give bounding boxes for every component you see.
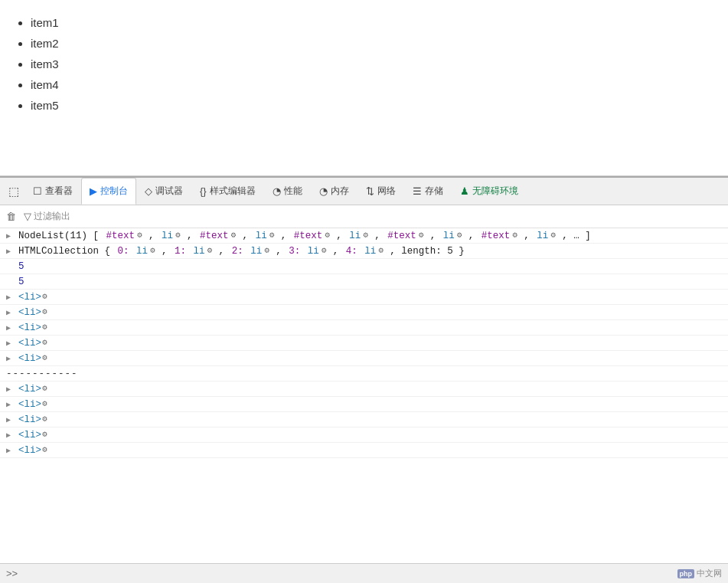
console-line-li4: ▶ <li> ⚙ — [0, 336, 728, 351]
gear-icon-hc-2[interactable]: ⚙ — [207, 247, 217, 256]
tab-elements[interactable]: ☐ 查看器 — [24, 178, 81, 205]
tab-performance[interactable]: ◔ 性能 — [264, 178, 311, 205]
expand-console-button[interactable]: >> — [6, 568, 18, 579]
list-item: item4 — [31, 74, 713, 95]
console-line-num2: 5 — [0, 274, 728, 290]
expand-li7[interactable]: ▶ — [6, 400, 11, 409]
expand-li8[interactable]: ▶ — [6, 415, 11, 424]
tab-network[interactable]: ⇅ 网络 — [357, 178, 404, 205]
devtools-panel: ⬚ ☐ 查看器 ▶ 控制台 ◇ 调试器 {} 样式编辑器 ◔ 性能 ◔ 内存 ⇅… — [0, 176, 728, 583]
php-logo: php — [677, 569, 695, 578]
expand-li5[interactable]: ▶ — [6, 354, 11, 363]
items-list: item1 item2 item3 item4 item5 — [15, 12, 713, 116]
storage-icon: ☰ — [413, 185, 422, 197]
trash-icon: 🗑 — [6, 211, 16, 222]
network-icon: ⇅ — [366, 185, 374, 197]
console-line-li10: ▶ <li> ⚙ — [0, 443, 728, 458]
filter-label: 过滤输出 — [34, 210, 70, 223]
gear-icon-5[interactable]: ⚙ — [325, 231, 334, 241]
console-bar: 🗑 ▽ 过滤输出 — [0, 205, 728, 228]
console-output: ▶ NodeList(11) [ #text ⚙ , li ⚙ , #text … — [0, 228, 728, 563]
gear-icon-10[interactable]: ⚙ — [550, 231, 560, 241]
console-line-li2: ▶ <li> ⚙ — [0, 305, 728, 320]
gear-icon-li5[interactable]: ⚙ — [42, 354, 51, 363]
clear-console-button[interactable]: 🗑 — [6, 211, 16, 222]
tab-elements-label: 查看器 — [45, 185, 73, 198]
console-icon: ▶ — [90, 185, 97, 197]
tab-storage-label: 存储 — [425, 185, 443, 198]
tab-style-editor-label: 样式编辑器 — [210, 185, 256, 198]
gear-icon-hc-5[interactable]: ⚙ — [378, 247, 387, 256]
expand-arrow-2[interactable]: ▶ — [6, 247, 11, 256]
list-item: item1 — [31, 12, 713, 33]
expand-li1[interactable]: ▶ — [6, 293, 11, 302]
list-item: item3 — [31, 54, 713, 74]
gear-icon-9[interactable]: ⚙ — [512, 231, 521, 241]
gear-icon-4[interactable]: ⚙ — [269, 231, 279, 241]
gear-icon-li8[interactable]: ⚙ — [42, 415, 51, 424]
console-line-li6: ▶ <li> ⚙ — [0, 382, 728, 397]
debugger-icon: ◇ — [145, 185, 152, 197]
console-line-li8: ▶ <li> ⚙ — [0, 412, 728, 427]
console-line-li1: ▶ <li> ⚙ — [0, 290, 728, 305]
php-badge: php 中文网 — [677, 568, 723, 579]
filter-icon: ▽ — [24, 211, 31, 222]
performance-icon: ◔ — [273, 185, 281, 197]
style-editor-icon: {} — [200, 185, 207, 197]
tab-inspect[interactable]: ⬚ — [3, 178, 24, 205]
gear-icon-li6[interactable]: ⚙ — [42, 385, 51, 394]
tab-memory-label: 内存 — [331, 185, 349, 198]
devtools-toolbar: ⬚ ☐ 查看器 ▶ 控制台 ◇ 调试器 {} 样式编辑器 ◔ 性能 ◔ 内存 ⇅… — [0, 178, 728, 205]
tab-performance-label: 性能 — [284, 185, 302, 198]
tab-accessibility[interactable]: ♟ 无障碍环境 — [452, 178, 527, 205]
tab-style-editor[interactable]: {} 样式编辑器 — [191, 178, 264, 205]
expand-li10[interactable]: ▶ — [6, 446, 11, 455]
console-line-li3: ▶ <li> ⚙ — [0, 320, 728, 336]
tab-accessibility-label: 无障碍环境 — [472, 185, 518, 198]
gear-icon-li7[interactable]: ⚙ — [42, 400, 51, 409]
tab-console-label: 控制台 — [100, 185, 128, 198]
chinese-label: 中文网 — [697, 568, 722, 579]
tab-debugger[interactable]: ◇ 调试器 — [136, 178, 191, 205]
gear-icon-li1[interactable]: ⚙ — [42, 293, 51, 302]
console-line-htmlcollection: ▶ HTMLCollection { 0: li ⚙ , 1: li ⚙ , 2… — [0, 244, 728, 259]
tab-console[interactable]: ▶ 控制台 — [81, 178, 136, 205]
console-line-li7: ▶ <li> ⚙ — [0, 397, 728, 412]
tab-memory[interactable]: ◔ 内存 — [311, 178, 357, 205]
console-line-li5: ▶ <li> ⚙ — [0, 351, 728, 366]
expand-li4[interactable]: ▶ — [6, 339, 11, 348]
elements-icon: ☐ — [33, 185, 42, 197]
expand-li3[interactable]: ▶ — [6, 323, 11, 332]
gear-icon-li10[interactable]: ⚙ — [42, 446, 51, 455]
expand-li9[interactable]: ▶ — [6, 431, 11, 440]
console-line-dashes: ----------- — [0, 366, 728, 382]
accessibility-icon: ♟ — [460, 185, 469, 197]
tab-network-label: 网络 — [377, 185, 396, 198]
gear-icon-li3[interactable]: ⚙ — [42, 323, 51, 332]
gear-icon-li4[interactable]: ⚙ — [42, 339, 51, 348]
gear-icon-hc-3[interactable]: ⚙ — [264, 247, 273, 256]
gear-icon-3[interactable]: ⚙ — [231, 231, 240, 241]
devtools-bottom-bar: >> php 中文网 — [0, 563, 728, 583]
expand-li2[interactable]: ▶ — [6, 308, 11, 317]
expand-arrow[interactable]: ▶ — [6, 231, 11, 241]
gear-icon-8[interactable]: ⚙ — [457, 231, 466, 241]
tab-storage[interactable]: ☰ 存储 — [404, 178, 452, 205]
list-item: item2 — [31, 33, 713, 54]
page-content: item1 item2 item3 item4 item5 — [0, 0, 728, 176]
gear-icon-7[interactable]: ⚙ — [419, 231, 428, 241]
tab-debugger-label: 调试器 — [155, 185, 183, 198]
filter-button[interactable]: ▽ 过滤输出 — [24, 210, 70, 223]
console-line-li9: ▶ <li> ⚙ — [0, 427, 728, 443]
expand-li6[interactable]: ▶ — [6, 385, 11, 394]
console-line-num1: 5 — [0, 259, 728, 274]
gear-icon-1[interactable]: ⚙ — [137, 231, 146, 241]
gear-icon-hc-1[interactable]: ⚙ — [150, 247, 159, 256]
list-item: item5 — [31, 95, 713, 116]
gear-icon-li2[interactable]: ⚙ — [42, 308, 51, 317]
gear-icon-hc-4[interactable]: ⚙ — [322, 247, 331, 256]
gear-icon-li9[interactable]: ⚙ — [42, 431, 51, 440]
gear-icon-6[interactable]: ⚙ — [363, 231, 372, 241]
memory-icon: ◔ — [319, 185, 328, 197]
gear-icon-2[interactable]: ⚙ — [175, 231, 184, 241]
